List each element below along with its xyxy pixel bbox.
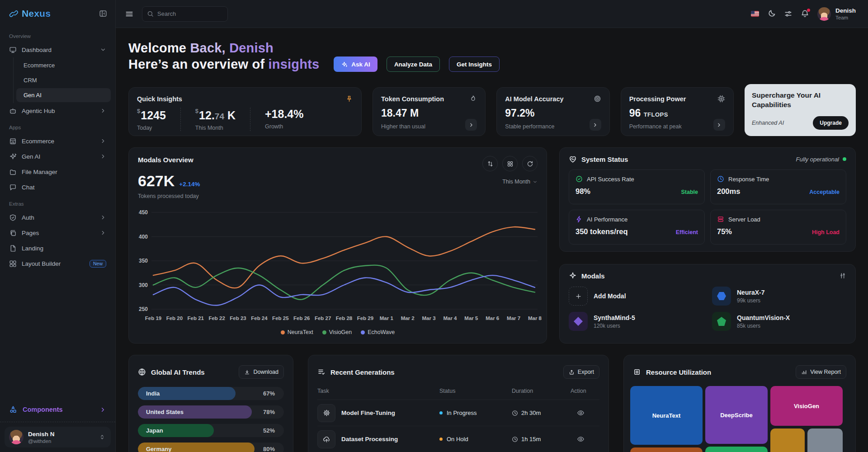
search-input[interactable]: Search	[142, 6, 228, 22]
sidebar-item-file-manager[interactable]: File Manager	[5, 165, 111, 179]
ask-ai-button[interactable]: Ask AI	[334, 56, 377, 72]
svg-text:Feb 24: Feb 24	[251, 315, 268, 321]
sidebar-collapse-icon[interactable]	[99, 9, 107, 18]
sidebar-subitem-crm[interactable]: CRM	[16, 73, 111, 87]
accuracy-more-button[interactable]	[590, 119, 601, 131]
legend-dot	[281, 330, 285, 334]
power-more-button[interactable]	[713, 119, 725, 131]
export-icon	[569, 369, 575, 375]
sidebar-item-ecommerce[interactable]: Ecommerce	[5, 134, 111, 148]
cloud-upload-icon	[323, 435, 330, 443]
sidebar-item-agentic-hub[interactable]: Agentic Hub	[5, 104, 111, 118]
pin-icon[interactable]	[345, 95, 353, 103]
sidebar-item-gen-ai[interactable]: Gen AI	[5, 149, 111, 164]
sidebar-item-label: Gen AI	[22, 153, 40, 160]
tokens-value: 627K	[138, 172, 175, 190]
eye-icon[interactable]	[577, 435, 585, 443]
treemap-block[interactable]	[807, 428, 843, 452]
sidebar-item-auth[interactable]: Auth	[5, 210, 111, 225]
treemap-block[interactable]	[630, 447, 703, 452]
chevron-right-icon	[100, 108, 106, 114]
treemap-block-neuratext[interactable]: NeuraText	[630, 386, 703, 445]
svg-text:400: 400	[139, 234, 148, 240]
trend-bar-pct: 80%	[263, 443, 275, 452]
modals-card: Modals Add Modal NeuraX-799k users Synth…	[559, 264, 856, 344]
sidebar-subitem-gen-ai[interactable]: Gen AI	[16, 88, 111, 102]
sidebar-item-landing[interactable]: Landing	[5, 241, 111, 255]
notifications-button[interactable]	[801, 9, 809, 18]
sidebar-item-label: Pages	[22, 230, 39, 236]
system-status-card: System Status Fully operational API Succ…	[559, 147, 856, 252]
upgrade-button[interactable]: Upgrade	[813, 116, 849, 130]
sidebar-item-pages[interactable]: Pages	[5, 226, 111, 240]
settings-sliders-icon[interactable]	[784, 9, 793, 18]
subitem-label: Gen AI	[24, 92, 42, 99]
menu-icon[interactable]	[125, 9, 134, 19]
target-icon	[594, 95, 601, 103]
user-handle: @withden	[28, 438, 55, 444]
sidebar-item-dashboard[interactable]: Dashboard	[5, 42, 111, 57]
trend-bar-pct: 67%	[263, 387, 275, 400]
download-button[interactable]: Download	[239, 365, 284, 379]
quick-insights-title: Quick Insights	[137, 95, 182, 103]
sparkles-icon	[341, 61, 348, 68]
grid-view-button[interactable]	[502, 156, 518, 171]
legend-dot	[361, 330, 365, 334]
refresh-button[interactable]	[522, 156, 538, 171]
components-label: Components	[23, 406, 63, 413]
modals-overview-title: Modals Overview	[138, 156, 193, 171]
topbar: Search Denish Team	[116, 0, 868, 28]
treemap-block[interactable]	[705, 447, 768, 452]
sidebar-item-layout-builder[interactable]: Layout Builder New	[5, 256, 111, 271]
add-modal-item[interactable]: Add Modal	[569, 287, 703, 306]
analyze-data-button[interactable]: Analyze Data	[387, 56, 440, 72]
range-dropdown[interactable]: This Month	[502, 179, 538, 185]
quantumvision-icon	[712, 312, 731, 331]
treemap-block-deepscribe[interactable]: DeepScribe	[705, 386, 768, 444]
settings-vertical-icon[interactable]	[839, 272, 846, 279]
flame-icon	[469, 95, 477, 103]
chevron-right-icon	[100, 230, 106, 236]
topbar-avatar	[817, 7, 831, 21]
modal-item-synthamind[interactable]: SynthaMind-5120k users	[569, 312, 703, 331]
legend-item: VisioGen	[322, 329, 352, 335]
sidebar-subitem-ecommerce[interactable]: Ecommerce	[16, 58, 111, 72]
treemap-block[interactable]	[770, 428, 805, 452]
svg-text:Feb 26: Feb 26	[293, 315, 310, 321]
trend-bar-fill: Japan	[138, 424, 214, 437]
modal-item-quantumvision[interactable]: QuantumVision-X85k users	[712, 312, 846, 331]
trend-bar-india: India67%	[138, 387, 284, 400]
svg-text:Feb 25: Feb 25	[272, 315, 289, 321]
trend-bar-pct: 78%	[263, 405, 275, 419]
trend-bar-fill: United States	[138, 405, 252, 419]
recent-generations-card: Recent Generations Export TaskStatusDura…	[308, 355, 609, 452]
language-flag-icon[interactable]	[751, 11, 759, 17]
view-report-button[interactable]: View Report	[796, 365, 846, 379]
sidebar-item-label: File Manager	[22, 169, 57, 175]
sidebar-user-card[interactable]: Denish N @withden	[5, 427, 111, 447]
modals-overview-chart: 450400350300250Feb 19Feb 20Feb 21Feb 22F…	[138, 205, 538, 325]
processing-power-card: Processing Power 96 TFLOPS Performance a…	[621, 87, 734, 136]
chevron-right-icon	[100, 153, 106, 160]
duration-cell: 1h 15m	[512, 436, 571, 443]
clock-icon	[717, 175, 724, 183]
chevron-down-icon	[100, 47, 106, 53]
dark-mode-icon[interactable]	[767, 9, 776, 18]
sort-button[interactable]	[482, 156, 498, 171]
token-more-button[interactable]	[465, 119, 477, 131]
promo-caption: Enhanced AI	[752, 120, 784, 126]
topbar-user[interactable]: Denish Team	[817, 7, 856, 21]
svg-text:Mar 7: Mar 7	[507, 315, 520, 321]
sidebar-item-label: Ecommerce	[22, 138, 54, 145]
treemap-block-visiogen[interactable]: VisioGen	[770, 386, 843, 426]
eye-icon[interactable]	[577, 409, 585, 417]
new-badge: New	[90, 260, 106, 268]
chart-legend: NeuraTextVisioGenEchoWave	[138, 329, 538, 335]
sidebar-item-components[interactable]: Components	[0, 403, 115, 416]
modal-item-neurax[interactable]: NeuraX-799k users	[712, 287, 846, 306]
table-header: TaskStatusDurationAction	[317, 384, 599, 400]
quick-insights-card: Quick Insights $1245 Today $12.74 K This…	[128, 87, 362, 136]
export-button[interactable]: Export	[563, 365, 599, 379]
sidebar-item-chat[interactable]: Chat	[5, 180, 111, 194]
get-insights-button[interactable]: Get Insights	[449, 56, 500, 72]
